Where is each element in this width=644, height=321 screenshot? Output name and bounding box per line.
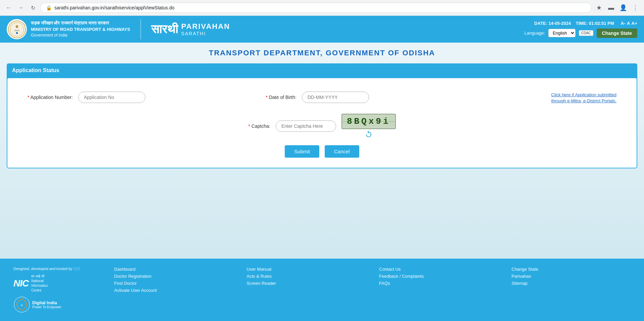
change-state-button[interactable]: Change State — [597, 29, 637, 38]
nic-link[interactable]: S12 — [74, 267, 80, 271]
footer-link-sitemap[interactable]: Sitemap — [512, 281, 631, 286]
nic-text: NIC — [13, 278, 29, 289]
reload-button[interactable]: ↻ — [28, 3, 38, 12]
back-button[interactable]: ← — [4, 3, 13, 12]
dob-row: * Date of Birth: — [266, 92, 491, 103]
ministry-text: सड़क परिवहन और राजमार्ग मंत्रालय भारत सर… — [31, 20, 130, 38]
address-bar[interactable]: 🔒 sarathi.parivahan.gov.in/sarathiservic… — [40, 3, 592, 13]
date-display: DATE: 14-05-2024 TIME: 01:02:51 PM — [534, 21, 614, 26]
page-title-bar: TRANSPORT DEPARTMENT, GOVERNMENT OF ODIS… — [0, 43, 644, 63]
footer-link-user-manual[interactable]: User Manual — [247, 267, 366, 272]
footer-col-4: Change State Parivahan Sitemap — [512, 267, 631, 293]
url-text: sarathi.parivahan.gov.in/sarathiservice/… — [54, 5, 586, 10]
card-header: Application Status — [7, 63, 637, 77]
digital-india-badge: DI Digital India Power To Empower — [13, 296, 61, 313]
language-row: Language: English हिन्दी CDAC Change Sta… — [524, 29, 637, 38]
parivahan-title: PARIVAHAN — [181, 22, 230, 31]
forward-button[interactable]: → — [16, 3, 26, 12]
sarathi-subtitle: SARATHI — [181, 31, 230, 36]
footer-col-1: Dashboard Doctor Registration Find Docto… — [114, 267, 233, 293]
footer-link-feedback[interactable]: Feedback / Complaints — [379, 274, 498, 279]
cdac-badge: CDAC — [579, 30, 593, 36]
site-header: 🦁 INDIA सड़क परिवहन और राजमार्ग मंत्रालय… — [0, 16, 644, 43]
captcha-row: * Captcha: 8BQx9i — [14, 114, 630, 139]
font-size-controls: A- A A+ — [621, 21, 637, 26]
footer-link-screen-reader[interactable]: Screen Reader — [247, 281, 366, 286]
footer-link-parivahan[interactable]: Parivahan — [512, 274, 631, 279]
font-large-btn[interactable]: A+ — [632, 21, 637, 26]
time-value: 01:02:51 PM — [589, 21, 614, 26]
emitra-link-area: Click here if Application submittedthrou… — [504, 92, 616, 104]
svg-point-4 — [16, 32, 18, 34]
font-small-btn[interactable]: A- — [621, 21, 626, 26]
logo-area: 🦁 INDIA सड़क परिवहन और राजमार्ग मंत्रालय… — [7, 19, 130, 39]
application-number-row: * Application Number: — [28, 92, 252, 103]
footer-link-dashboard[interactable]: Dashboard — [114, 267, 233, 272]
button-row: Submit Cancel — [14, 145, 630, 158]
main-content: Application Status * Application Number:… — [0, 63, 644, 259]
card-body: * Application Number: * Date of Birth: C… — [7, 78, 637, 168]
page-title: TRANSPORT DEPARTMENT, GOVERNMENT OF ODIS… — [6, 49, 638, 57]
site-footer: Designed, developed and hosted by S12 NI… — [0, 259, 644, 321]
footer-link-acts-rules[interactable]: Acts & Rules — [247, 274, 366, 279]
captcha-image: 8BQx9i — [341, 114, 396, 129]
emitra-link[interactable]: Click here if Application submittedthrou… — [551, 92, 616, 103]
footer-col-2: User Manual Acts & Rules Screen Reader — [247, 267, 366, 293]
header-divider — [140, 19, 141, 39]
captcha-input[interactable] — [276, 120, 336, 132]
dob-label: * Date of Birth: — [266, 95, 296, 100]
browser-chrome: ← → ↻ 🔒 sarathi.parivahan.gov.in/sarathi… — [0, 0, 644, 16]
date-value: 14-05-2024 — [549, 21, 571, 26]
application-number-input[interactable] — [78, 92, 145, 103]
browser-actions: ★ ▬ 👤 ⋮ — [594, 3, 640, 12]
svg-text:DI: DI — [21, 304, 23, 306]
svg-text:🦁: 🦁 — [15, 25, 19, 28]
submit-button[interactable]: Submit — [285, 145, 319, 158]
language-select[interactable]: English हिन्दी — [548, 29, 576, 37]
footer-logo-area: Designed, developed and hosted by S12 NI… — [13, 267, 101, 313]
sarathi-logo: सारथी PARIVAHAN SARATHI — [151, 22, 230, 36]
footer-nav: Dashboard Doctor Registration Find Docto… — [114, 267, 631, 293]
captcha-refresh-button[interactable] — [365, 130, 373, 139]
svg-text:INDIA: INDIA — [14, 30, 19, 32]
nic-logo: NIC एन आई सी National Informatics Centre — [13, 274, 48, 293]
profile-button[interactable]: 👤 — [618, 3, 628, 12]
ministry-english2: Government of India — [31, 33, 130, 38]
nic-details: एन आई सी National Informatics Centre — [31, 274, 48, 293]
header-right: DATE: 14-05-2024 TIME: 01:02:51 PM A- A … — [524, 21, 637, 38]
footer-link-activate[interactable]: Activate User Account — [114, 288, 233, 293]
footer-link-faqs[interactable]: FAQs — [379, 281, 498, 286]
captcha-label: * Captcha: — [248, 123, 270, 129]
emblem: 🦁 INDIA — [7, 19, 27, 39]
cancel-button[interactable]: Cancel — [325, 145, 359, 158]
dob-input[interactable] — [302, 92, 369, 103]
footer-col-3: Contact Us Feedback / Complaints FAQs — [379, 267, 498, 293]
application-status-card: Application Status * Application Number:… — [7, 63, 637, 168]
extensions-button[interactable]: ▬ — [606, 3, 616, 12]
ministry-english1: MINISTRY OF ROAD TRANSPORT & HIGHWAYS — [31, 26, 130, 33]
digital-india-label: Digital India — [32, 300, 61, 305]
menu-button[interactable]: ⋮ — [631, 3, 640, 12]
language-label: Language: — [524, 31, 545, 36]
bookmark-button[interactable]: ★ — [594, 3, 604, 12]
footer-designed-by: Designed, developed and hosted by S12 — [13, 267, 80, 271]
application-number-label: * Application Number: — [28, 95, 73, 100]
footer-link-doctor-reg[interactable]: Doctor Registration — [114, 274, 233, 279]
digital-india-sub: Power To Empower — [32, 305, 61, 309]
footer-link-find-doctor[interactable]: Find Doctor — [114, 281, 233, 286]
footer-link-change-state[interactable]: Change State — [512, 267, 631, 272]
ministry-hindi: सड़क परिवहन और राजमार्ग मंत्रालय भारत सर… — [31, 20, 130, 26]
footer-link-contact[interactable]: Contact Us — [379, 267, 498, 272]
font-medium-btn[interactable]: A — [627, 21, 630, 26]
